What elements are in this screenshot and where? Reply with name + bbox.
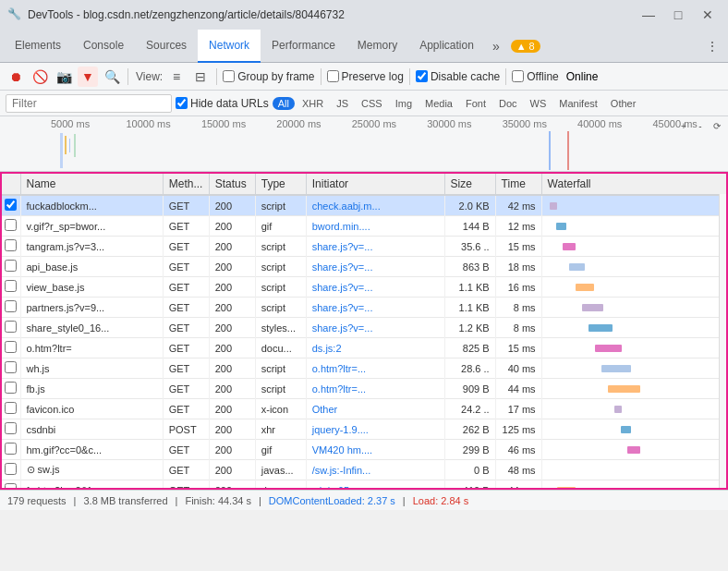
row-waterfall xyxy=(541,460,725,480)
list-view-button[interactable]: ≡ xyxy=(166,67,187,87)
row-initiator[interactable]: share.js?v=... xyxy=(306,257,444,277)
header-time[interactable]: Time xyxy=(495,174,541,195)
table-row[interactable]: favicon.ico GET 200 x-icon Other 24.2 ..… xyxy=(2,399,726,419)
table-row[interactable]: csdnbi POST 200 xhr jquery-1.9.... 262 B… xyxy=(2,419,726,440)
capture-screenshot-button[interactable]: 📷 xyxy=(54,67,74,87)
row-initiator[interactable]: bword.min.... xyxy=(306,216,444,237)
header-size[interactable]: Size xyxy=(444,174,495,195)
devtools-menu-button[interactable]: ⋮ xyxy=(700,35,724,57)
table-row[interactable]: fb.js GET 200 script o.htm?ltr=... 909 B… xyxy=(2,379,726,399)
search-button[interactable]: 🔍 xyxy=(102,67,122,87)
waterfall-bar-container xyxy=(548,383,720,395)
maximize-button[interactable]: □ xyxy=(665,6,691,24)
waterfall-bar xyxy=(576,284,594,291)
header-method[interactable]: Meth... xyxy=(163,174,209,195)
row-status: 200 xyxy=(209,318,255,338)
filter-tag-js[interactable]: JS xyxy=(331,97,354,110)
filter-tag-manifest[interactable]: Manifest xyxy=(553,97,603,110)
filter-tag-all[interactable]: All xyxy=(273,97,295,110)
offline-checkbox[interactable]: Offline xyxy=(512,70,558,83)
table-row[interactable]: fuckadblockm... GET 200 script check.aab… xyxy=(2,195,726,216)
minimize-button[interactable]: — xyxy=(636,6,661,24)
header-waterfall[interactable]: Waterfall xyxy=(541,174,725,195)
row-checkbox xyxy=(2,399,20,419)
filter-tag-other[interactable]: Other xyxy=(605,97,642,110)
row-initiator[interactable]: VM420 hm.... xyxy=(306,440,444,460)
header-status[interactable]: Status xyxy=(209,174,255,195)
timeline-label-7: 35000 ms xyxy=(503,116,577,131)
header-name[interactable]: Name xyxy=(20,174,163,195)
disable-cache-checkbox[interactable]: Disable cache xyxy=(416,70,500,83)
row-waterfall xyxy=(541,358,725,379)
filter-tag-doc[interactable]: Doc xyxy=(493,97,523,110)
filter-tag-font[interactable]: Font xyxy=(460,97,491,110)
timeline-zoom-out[interactable]: - xyxy=(693,118,708,133)
row-type: xhr xyxy=(255,419,306,440)
row-time: 42 ms xyxy=(495,195,541,216)
table-row[interactable]: fp.htm?br=2&f... GET 200 docu... wh.js:6… xyxy=(2,480,726,489)
hide-data-urls-checkbox[interactable]: Hide data URLs xyxy=(176,97,269,110)
row-initiator[interactable]: wh.js:65 xyxy=(306,480,444,489)
header-initiator[interactable]: Initiator xyxy=(306,174,444,195)
row-size: 24.2 .. xyxy=(444,399,495,419)
row-initiator[interactable]: o.htm?ltr=... xyxy=(306,358,444,379)
table-row[interactable]: view_base.js GET 200 script share.js?v=.… xyxy=(2,277,726,298)
tab-network[interactable]: Network xyxy=(198,30,261,63)
row-type: x-icon xyxy=(255,399,306,419)
table-row[interactable]: tangram.js?v=3... GET 200 script share.j… xyxy=(2,237,726,257)
row-initiator[interactable]: share.js?v=... xyxy=(306,237,444,257)
tab-memory[interactable]: Memory xyxy=(346,30,408,63)
row-method: GET xyxy=(163,379,209,399)
tab-performance[interactable]: Performance xyxy=(261,30,346,63)
divider-pipe2: | xyxy=(176,495,178,506)
scrollbar[interactable] xyxy=(719,174,726,488)
row-initiator[interactable]: check.aabj.m... xyxy=(306,195,444,216)
filter-button[interactable]: ▼ xyxy=(78,67,98,87)
tab-application[interactable]: Application xyxy=(408,30,485,63)
table-container[interactable]: Name Meth... Status Type Initiator Size … xyxy=(2,174,726,488)
tab-elements[interactable]: Elements xyxy=(4,30,72,63)
filter-input[interactable] xyxy=(6,94,172,113)
row-initiator[interactable]: ds.js:2 xyxy=(306,338,444,358)
row-initiator[interactable]: share.js?v=... xyxy=(306,298,444,318)
row-initiator[interactable]: share.js?v=... xyxy=(306,318,444,338)
stop-recording-button[interactable]: ⏺ xyxy=(6,67,26,87)
row-time: 8 ms xyxy=(495,318,541,338)
timeline-reset[interactable]: ⟳ xyxy=(710,118,724,133)
toolbar-divider4 xyxy=(409,68,410,85)
row-size: 1.1 KB xyxy=(444,298,495,318)
window-controls: — □ ✕ xyxy=(636,6,721,24)
row-initiator[interactable]: /sw.js:-Infin... xyxy=(306,460,444,480)
timeline-zoom-in[interactable]: + xyxy=(676,118,691,133)
tab-sources[interactable]: Sources xyxy=(135,30,198,63)
table-row[interactable]: v.gif?r_sp=bwor... GET 200 gif bword.min… xyxy=(2,216,726,237)
table-row[interactable]: wh.js GET 200 script o.htm?ltr=... 28.6 … xyxy=(2,358,726,379)
table-row[interactable]: hm.gif?cc=0&c... GET 200 gif VM420 hm...… xyxy=(2,440,726,460)
filter-tag-media[interactable]: Media xyxy=(419,97,458,110)
table-row[interactable]: share_style0_16... GET 200 styles... sha… xyxy=(2,318,726,338)
filter-tag-xhr[interactable]: XHR xyxy=(297,97,329,110)
group-by-frame-checkbox[interactable]: Group by frame xyxy=(223,70,314,83)
clear-button[interactable]: 🚫 xyxy=(30,67,50,87)
header-type[interactable]: Type xyxy=(255,174,306,195)
row-initiator[interactable]: share.js?v=... xyxy=(306,277,444,298)
table-row[interactable]: api_base.js GET 200 script share.js?v=..… xyxy=(2,257,726,277)
row-size: 262 B xyxy=(444,419,495,440)
row-name: api_base.js xyxy=(20,257,163,277)
row-initiator[interactable]: o.htm?ltr=... xyxy=(306,379,444,399)
table-row[interactable]: ⊙ sw.js GET 200 javas... /sw.js:-Infin..… xyxy=(2,460,726,480)
row-checkbox xyxy=(2,440,20,460)
timeline-label-5: 25000 ms xyxy=(352,116,427,131)
filter-tag-css[interactable]: CSS xyxy=(356,97,388,110)
close-button[interactable]: ✕ xyxy=(695,6,721,24)
table-row[interactable]: partners.js?v=9... GET 200 script share.… xyxy=(2,298,726,318)
table-row[interactable]: o.htm?ltr= GET 200 docu... ds.js:2 825 B… xyxy=(2,338,726,358)
tab-more-button[interactable]: » xyxy=(485,35,507,57)
preserve-log-checkbox[interactable]: Preserve log xyxy=(327,70,404,83)
row-initiator[interactable]: jquery-1.9.... xyxy=(306,419,444,440)
large-rows-button[interactable]: ⊟ xyxy=(190,67,211,87)
row-initiator[interactable]: Other xyxy=(306,399,444,419)
tab-console[interactable]: Console xyxy=(72,30,135,63)
filter-tag-ws[interactable]: WS xyxy=(525,97,552,110)
filter-tag-img[interactable]: Img xyxy=(390,97,418,110)
